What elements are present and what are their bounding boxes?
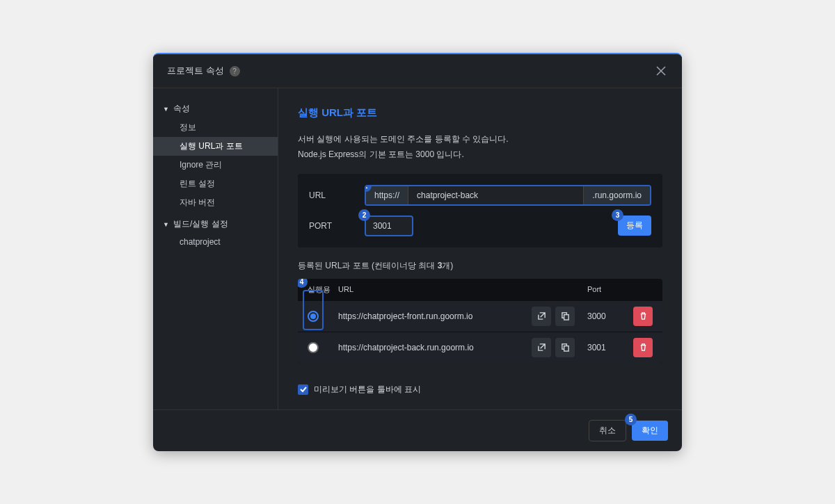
- open-external-icon[interactable]: [532, 307, 551, 326]
- dialog-title: 프로젝트 속성: [167, 65, 224, 77]
- sidebar-item-lint[interactable]: 린트 설정: [153, 174, 278, 193]
- sidebar-item-info[interactable]: 정보: [153, 118, 278, 137]
- url-domain-suffix: .run.goorm.io: [583, 186, 650, 204]
- dialog-body: ▼ 속성 정보 실행 URL과 포트 Ignore 관리 린트 설정 자바 버전…: [153, 88, 682, 409]
- sidebar-item-url-port[interactable]: 실행 URL과 포트: [153, 137, 278, 156]
- run-radio[interactable]: [308, 311, 319, 322]
- section-description: 서버 실행에 사용되는 도메인 주소를 등록할 수 있습니다. Node.js …: [298, 132, 662, 162]
- delete-button[interactable]: [633, 338, 653, 357]
- url-input-group: 1 https:// .run.goorm.io: [365, 185, 651, 206]
- delete-button[interactable]: [633, 307, 653, 326]
- col-url-label: URL: [338, 285, 532, 293]
- sidebar-group-label: 빌드/실행 설정: [173, 218, 228, 230]
- url-protocol: https://: [366, 186, 408, 204]
- row-port: 3001: [587, 343, 622, 352]
- trash-icon: [639, 311, 648, 320]
- desc-line: Node.js Express의 기본 포트는 3000 입니다.: [298, 147, 662, 163]
- project-properties-dialog: 프로젝트 속성 ? ▼ 속성 정보 실행 URL과 포트 Ignore 관리 린…: [153, 53, 682, 450]
- dialog-footer: 취소 5 확인: [153, 409, 682, 451]
- main-panel: 실행 URL과 포트 서버 실행에 사용되는 도메인 주소를 등록할 수 있습니…: [278, 88, 682, 409]
- preview-checkbox-label: 미리보기 버튼을 툴바에 표시: [314, 384, 421, 396]
- sidebar: ▼ 속성 정보 실행 URL과 포트 Ignore 관리 린트 설정 자바 버전…: [153, 88, 278, 409]
- row-port: 3000: [587, 311, 622, 321]
- copy-icon[interactable]: [555, 307, 575, 326]
- url-subdomain-input[interactable]: [408, 186, 583, 204]
- svg-rect-3: [564, 346, 568, 351]
- confirm-button[interactable]: 5 확인: [632, 421, 668, 441]
- check-icon: [300, 386, 307, 393]
- sidebar-item-ignore[interactable]: Ignore 관리: [153, 156, 278, 174]
- port-label: PORT: [309, 221, 365, 231]
- dialog-header: 프로젝트 속성 ?: [153, 54, 682, 88]
- run-radio-cell: [308, 342, 338, 353]
- url-label: URL: [309, 190, 365, 200]
- section-title: 실행 URL과 포트: [298, 106, 662, 120]
- run-radio-cell: [308, 311, 338, 322]
- step-badge-5: 5: [625, 414, 637, 425]
- preview-checkbox[interactable]: [298, 384, 308, 395]
- step-badge-3: 3: [612, 209, 623, 221]
- confirm-label: 확인: [642, 425, 658, 435]
- port-input[interactable]: [365, 216, 413, 236]
- trash-icon: [639, 343, 648, 352]
- help-icon[interactable]: ?: [230, 66, 240, 76]
- table-row: https://chatproject-front.run.goorm.io 3…: [298, 300, 662, 332]
- url-port-form: URL 1 https:// .run.goorm.io PORT 2: [298, 174, 662, 247]
- port-row: PORT 2 3 등록: [309, 216, 651, 236]
- sidebar-group-build: ▼ 빌드/실행 설정 chatproject: [153, 215, 278, 250]
- row-delete-cell: [622, 338, 653, 357]
- table-row: https://chatproject-back.run.goorm.io 30…: [298, 332, 662, 363]
- open-external-icon[interactable]: [532, 338, 551, 357]
- row-url: https://chatproject-front.run.goorm.io: [338, 311, 532, 321]
- row-delete-cell: [622, 307, 653, 326]
- desc-line: 서버 실행에 사용되는 도메인 주소를 등록할 수 있습니다.: [298, 132, 662, 147]
- chevron-down-icon: ▼: [163, 106, 169, 113]
- register-button[interactable]: 3 등록: [618, 216, 651, 236]
- row-actions: [532, 307, 587, 326]
- register-label: 등록: [626, 220, 643, 230]
- chevron-down-icon: ▼: [163, 221, 169, 228]
- sidebar-item-chatproject[interactable]: chatproject: [153, 234, 278, 250]
- col-port-label: Port: [587, 285, 622, 293]
- url-row: URL 1 https:// .run.goorm.io: [309, 185, 651, 206]
- col-run-label: 실행용: [308, 285, 331, 293]
- svg-rect-1: [564, 315, 568, 320]
- row-actions: [532, 338, 587, 357]
- close-icon[interactable]: [654, 64, 668, 78]
- step-badge-4: 4: [298, 279, 308, 288]
- copy-icon[interactable]: [555, 338, 575, 357]
- cancel-button[interactable]: 취소: [589, 420, 626, 441]
- url-table: 4 실행용 URL Port https://chatproject-front…: [298, 279, 662, 363]
- table-header: 4 실행용 URL Port: [298, 279, 662, 300]
- sidebar-group-properties: ▼ 속성 정보 실행 URL과 포트 Ignore 관리 린트 설정 자바 버전: [153, 99, 278, 212]
- step-badge-2: 2: [358, 209, 370, 221]
- registered-label: 등록된 URL과 포트 (컨테이너당 최대 3개): [298, 260, 662, 272]
- row-url: https://chatproject-back.run.goorm.io: [338, 343, 532, 352]
- run-radio[interactable]: [308, 342, 319, 353]
- sidebar-group-header-properties[interactable]: ▼ 속성: [153, 99, 278, 118]
- dialog-title-wrap: 프로젝트 속성 ?: [167, 65, 240, 77]
- sidebar-group-label: 속성: [173, 103, 190, 115]
- sidebar-group-header-build[interactable]: ▼ 빌드/실행 설정: [153, 215, 278, 234]
- sidebar-item-java[interactable]: 자바 버전: [153, 193, 278, 212]
- preview-checkbox-row: 미리보기 버튼을 툴바에 표시: [298, 384, 662, 396]
